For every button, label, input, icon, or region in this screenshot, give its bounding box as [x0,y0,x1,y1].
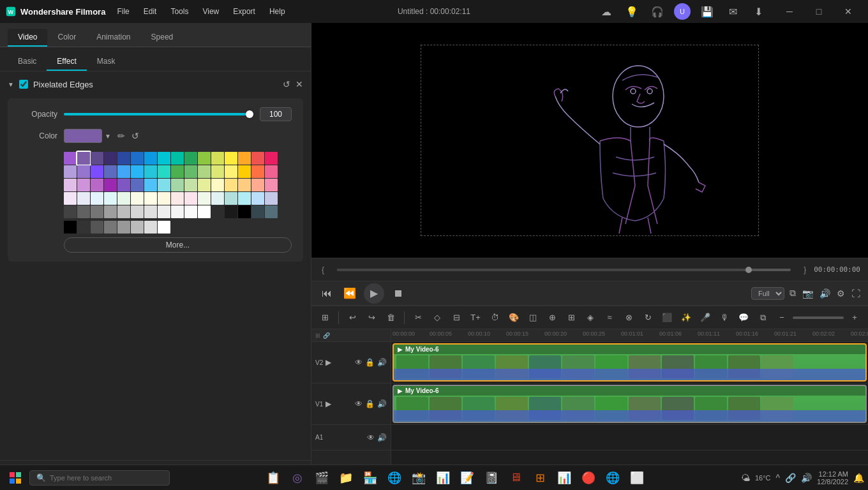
stop-button[interactable]: ⏹ [389,285,407,302]
palette-cell-29[interactable] [238,165,251,178]
download-icon[interactable]: ⬇ [749,3,767,20]
palette-cell-57[interactable] [184,192,197,205]
palette-cell-36[interactable] [117,179,130,191]
palette-cell-4[interactable] [117,152,130,165]
track-a1-audio-icon[interactable]: 🔊 [377,433,387,442]
palette-cell-60[interactable] [225,192,237,205]
grayscale-cell-6[interactable] [144,221,157,234]
zoom-slider[interactable] [793,316,844,319]
transition-button[interactable]: ◫ [525,309,541,326]
resize-button[interactable]: ⊞ [563,309,580,326]
track-v1-content[interactable]: ▶ My Video-6 [391,383,868,425]
tab-basic[interactable]: Basic [8,53,47,71]
layout-icon[interactable]: ⊞ [317,309,333,326]
palette-cell-38[interactable] [144,179,157,191]
palette-cell-15[interactable] [265,152,278,165]
clip-v2[interactable]: ▶ My Video-6 [393,343,867,382]
zoom-in-button[interactable]: + [846,309,863,326]
expand-icon[interactable]: ▼ [8,81,14,88]
track-v1-lock-icon[interactable]: 🔒 [365,399,375,408]
picture-in-picture-icon[interactable]: ⧉ [788,286,797,300]
crop-button[interactable]: ⊟ [448,309,465,326]
tray-chevron-icon[interactable]: ^ [775,473,780,483]
taskbar-icon-app3[interactable]: ⬜ [625,466,648,489]
more-colors-button[interactable]: More... [64,237,292,253]
palette-cell-12[interactable] [225,152,237,165]
grayscale-cell-7[interactable] [158,221,170,234]
palette-cell-69[interactable] [131,205,144,218]
palette-cell-6[interactable] [144,152,157,165]
palette-cell-16[interactable] [64,165,77,178]
palette-cell-51[interactable] [104,192,117,205]
palette-cell-26[interactable] [198,165,211,178]
palette-cell-11[interactable] [211,152,224,165]
palette-cell-7[interactable] [158,152,170,165]
palette-cell-5[interactable] [131,152,144,165]
palette-cell-78[interactable] [251,205,264,218]
step-back-button[interactable]: ⏪ [341,285,359,302]
palette-cell-39[interactable] [158,179,170,191]
menu-edit[interactable]: Edit [137,4,163,19]
palette-cell-23[interactable] [158,165,170,178]
palette-cell-1[interactable] [77,152,90,165]
taskbar-icon-opera[interactable]: 🔴 [577,466,600,489]
settings-icon[interactable]: ⚙ [835,287,846,300]
blade-button[interactable]: ◇ [429,309,445,326]
grayscale-cell-1[interactable] [77,221,90,234]
maximize-button[interactable]: □ [804,0,834,23]
palette-cell-33[interactable] [77,179,90,191]
color-dropdown-arrow[interactable]: ▼ [105,133,111,140]
palette-cell-19[interactable] [104,165,117,178]
add-track-icon[interactable]: ⊞ [315,332,320,339]
quality-select[interactable]: Full 1/2 1/4 [751,287,784,300]
close-effect-icon[interactable]: ✕ [296,79,303,89]
timeline-position-slider[interactable] [337,269,791,271]
taskbar-icon-edge[interactable]: 🌐 [383,466,406,489]
palette-cell-55[interactable] [158,192,170,205]
menu-tools[interactable]: Tools [164,4,195,19]
palette-cell-56[interactable] [171,192,184,205]
palette-cell-30[interactable] [251,165,264,178]
taskbar-icon-excel[interactable]: 📊 [431,466,454,489]
taskbar-icon-explorer[interactable]: 📁 [334,466,357,489]
palette-cell-10[interactable] [198,152,211,165]
palette-cell-8[interactable] [171,152,184,165]
grayscale-cell-2[interactable] [91,221,103,234]
redo-button[interactable]: ↪ [363,309,380,326]
palette-cell-70[interactable] [144,205,157,218]
track-a1-content[interactable] [391,425,868,450]
tab-color[interactable]: Color [47,29,86,47]
fx-button[interactable]: ✨ [678,309,694,326]
palette-cell-21[interactable] [131,165,144,178]
palette-cell-40[interactable] [171,179,184,191]
close-button[interactable]: ✕ [834,0,863,23]
speed-button[interactable]: ⏱ [486,309,503,326]
palette-cell-42[interactable] [198,179,211,191]
palette-cell-37[interactable] [131,179,144,191]
palette-cell-77[interactable] [238,205,251,218]
mail-icon[interactable]: ✉ [724,3,742,20]
grayscale-cell-3[interactable] [104,221,117,234]
palette-cell-67[interactable] [104,205,117,218]
audio-adj-button[interactable]: ≈ [601,309,618,326]
palette-cell-72[interactable] [171,205,184,218]
palette-cell-13[interactable] [238,152,251,165]
palette-cell-18[interactable] [91,165,103,178]
palette-cell-76[interactable] [225,205,237,218]
palette-cell-58[interactable] [198,192,211,205]
lock-icon[interactable]: 🔗 [323,332,330,339]
sub-button[interactable]: 💬 [735,309,752,326]
search-bar[interactable]: 🔍 [29,470,170,486]
palette-cell-50[interactable] [91,192,103,205]
mic-button[interactable]: 🎤 [697,309,714,326]
palette-cell-2[interactable] [91,152,103,165]
palette-cell-63[interactable] [265,192,278,205]
chroma-button[interactable]: ◈ [582,309,599,326]
taskbar-icon-onenote[interactable]: 📓 [480,466,503,489]
palette-cell-24[interactable] [171,165,184,178]
palette-cell-45[interactable] [238,179,251,191]
palette-cell-46[interactable] [251,179,264,191]
grayscale-cell-5[interactable] [131,221,144,234]
palette-cell-79[interactable] [265,205,278,218]
palette-cell-25[interactable] [184,165,197,178]
